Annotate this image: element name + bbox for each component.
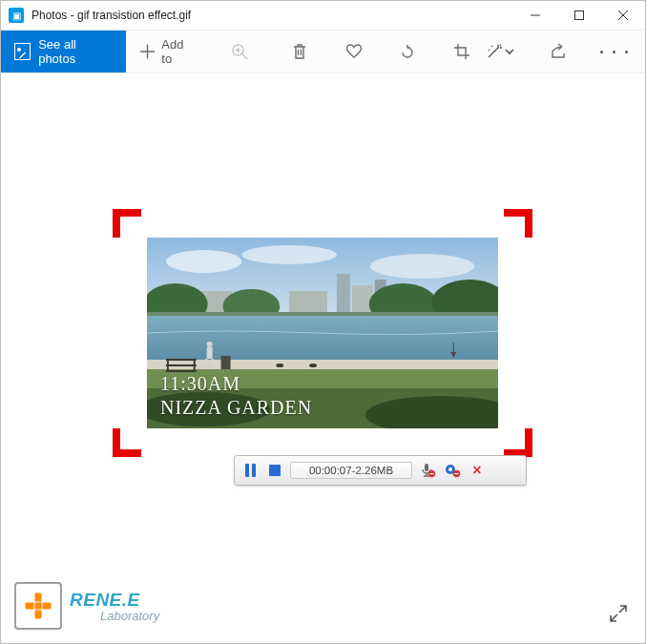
- rotate-icon: [399, 43, 416, 60]
- gif-preview-image: 11:30AM NIZZA GARDEN: [147, 238, 498, 428]
- logo-badge-icon: [14, 582, 62, 630]
- recorder-webcam-button[interactable]: [443, 461, 462, 480]
- svg-rect-22: [221, 356, 231, 369]
- edit-menu-button[interactable]: [478, 31, 522, 73]
- svg-rect-15: [147, 314, 498, 362]
- capture-corner-bottom-right[interactable]: [504, 428, 532, 457]
- svg-point-31: [448, 467, 452, 471]
- recorder-microphone-button[interactable]: [418, 461, 437, 480]
- recorder-close-button[interactable]: ×: [468, 461, 487, 480]
- see-all-photos-button[interactable]: See all photos: [1, 31, 126, 73]
- expand-icon: [609, 604, 628, 623]
- svg-rect-27: [425, 464, 428, 471]
- zoom-button[interactable]: [223, 31, 256, 73]
- capture-corner-bottom-left[interactable]: [113, 428, 141, 457]
- share-button[interactable]: [542, 31, 574, 73]
- plus-icon: [139, 43, 156, 60]
- add-to-button[interactable]: Add to: [126, 31, 209, 73]
- window-title: Photos - gif transistion effect.gif: [31, 9, 191, 22]
- chevron-down-icon: [505, 47, 514, 56]
- trash-icon: [291, 43, 308, 60]
- share-icon: [550, 43, 567, 60]
- photos-icon: [14, 43, 31, 60]
- magnifier-icon: [231, 43, 248, 60]
- favorite-button[interactable]: [338, 31, 370, 73]
- capture-region[interactable]: 11:30AM NIZZA GARDEN: [122, 218, 523, 447]
- capture-corner-top-right[interactable]: [504, 209, 532, 238]
- capture-corner-top-left[interactable]: [113, 209, 141, 238]
- svg-point-4: [241, 245, 336, 264]
- see-all-photos-label: See all photos: [38, 37, 113, 66]
- rotate-button[interactable]: [391, 31, 424, 73]
- svg-rect-9: [289, 291, 327, 314]
- close-button[interactable]: [601, 1, 645, 30]
- minimize-button[interactable]: [513, 1, 557, 30]
- window-titlebar: ▣ Photos - gif transistion effect.gif: [1, 1, 645, 31]
- svg-point-25: [276, 364, 283, 367]
- svg-point-5: [370, 254, 474, 279]
- content-area: 11:30AM NIZZA GARDEN 00:00:07-2.26MB ×: [1, 73, 645, 643]
- add-to-label: Add to: [161, 37, 196, 66]
- image-overlay-text: 11:30AM NIZZA GARDEN: [160, 373, 312, 419]
- delete-button[interactable]: [283, 31, 316, 73]
- svg-rect-24: [207, 347, 213, 359]
- svg-rect-7: [352, 285, 373, 314]
- svg-point-3: [166, 250, 242, 273]
- svg-rect-29: [429, 473, 433, 474]
- svg-rect-16: [147, 312, 498, 316]
- app-toolbar: See all photos Add to: [1, 31, 645, 73]
- logo-line1: RENE.E: [70, 590, 159, 611]
- dot-icon: [600, 51, 603, 53]
- photos-app-icon: ▣: [9, 8, 24, 23]
- svg-rect-6: [337, 274, 350, 314]
- screen-recorder-bar[interactable]: 00:00:07-2.26MB ×: [234, 455, 527, 486]
- recorder-pause-button[interactable]: [240, 461, 260, 480]
- recorder-stop-button[interactable]: [265, 461, 284, 480]
- fullscreen-button[interactable]: [609, 604, 628, 626]
- dot-icon: [613, 51, 615, 53]
- logo-text: RENE.E Laboratory: [70, 590, 159, 623]
- svg-point-23: [207, 342, 213, 347]
- logo-line2: Laboratory: [70, 609, 159, 623]
- svg-rect-33: [454, 473, 458, 474]
- overlay-time: 11:30AM: [160, 373, 312, 395]
- svg-point-26: [309, 364, 317, 367]
- svg-rect-35: [25, 602, 52, 610]
- dot-icon: [625, 51, 628, 53]
- more-button[interactable]: [591, 31, 637, 73]
- maximize-button[interactable]: [557, 1, 601, 30]
- overlay-place: NIZZA GARDEN: [160, 397, 312, 419]
- watermark-logo: RENE.E Laboratory: [14, 582, 159, 630]
- crop-button[interactable]: [446, 31, 478, 73]
- heart-icon: [345, 43, 363, 60]
- magic-wand-icon: [486, 43, 503, 60]
- crop-icon: [453, 43, 470, 60]
- recorder-readout: 00:00:07-2.26MB: [290, 462, 412, 479]
- svg-rect-0: [575, 11, 584, 20]
- svg-rect-17: [147, 360, 498, 369]
